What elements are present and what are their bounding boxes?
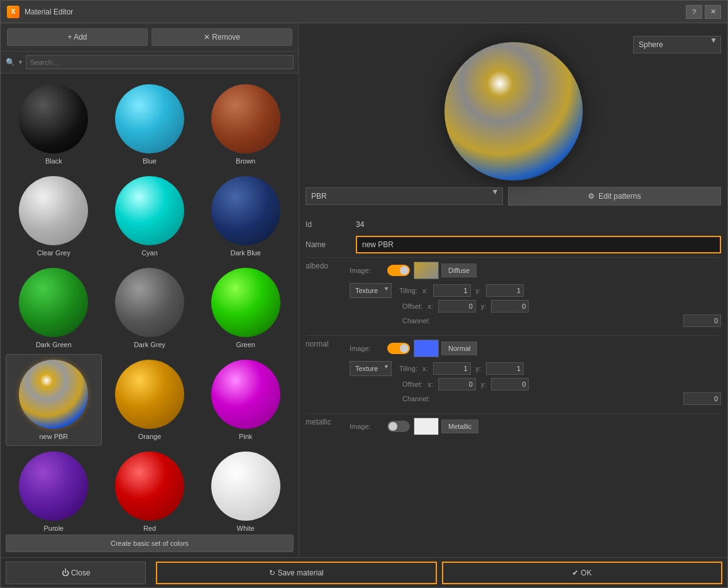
material-label-blue: Blue xyxy=(143,157,157,165)
sphere-darkgrey xyxy=(115,268,184,337)
preview-area: Sphere Cube Plane ▼ xyxy=(306,30,721,187)
sphere-cyan xyxy=(115,176,184,245)
material-item-black[interactable]: Black xyxy=(6,79,102,170)
normal-offset-x-input[interactable] xyxy=(438,378,476,391)
material-item-brown[interactable]: Brown xyxy=(197,79,294,170)
edit-patterns-label: Edit patterns xyxy=(598,192,641,201)
ok-button[interactable]: ✔ OK xyxy=(442,562,722,584)
material-label-orange: Orange xyxy=(138,433,162,440)
normal-channel-row: Channel: xyxy=(350,392,721,405)
help-button[interactable]: ? xyxy=(686,5,702,19)
shader-type-wrap: PBR ▼ xyxy=(306,187,503,205)
close-button[interactable]: ⏻ Close xyxy=(6,562,146,584)
albedo-offset-label: Offset: xyxy=(402,302,422,310)
material-label-green: Green xyxy=(236,341,255,348)
normal-tiling-label: Tiling: xyxy=(399,365,417,372)
material-item-cyan[interactable]: Cyan xyxy=(102,170,198,262)
search-input[interactable] xyxy=(26,55,294,69)
albedo-channel-input[interactable] xyxy=(683,314,721,327)
metallic-image-row: Image: Metallic xyxy=(350,418,721,435)
material-label-black: Black xyxy=(45,157,62,165)
material-item-blue[interactable]: Blue xyxy=(102,79,198,170)
search-icon: 🔍 xyxy=(6,58,15,67)
id-value: 34 xyxy=(356,220,364,229)
sphere-darkblue xyxy=(211,176,280,245)
normal-channel-input[interactable] xyxy=(683,392,721,405)
metallic-label: metallic xyxy=(306,418,350,426)
sphere-orange xyxy=(115,360,184,429)
material-item-darkgreen[interactable]: Dark Green xyxy=(6,262,102,354)
material-item-pink[interactable]: Pink xyxy=(197,354,294,446)
material-item-darkgrey[interactable]: Dark Grey xyxy=(102,262,198,354)
normal-label: normal xyxy=(306,340,350,348)
albedo-offset-x-label: x: xyxy=(427,302,433,310)
albedo-section: albedo Image: Diffuse xyxy=(306,262,721,329)
window-title: Material Editor xyxy=(25,8,686,16)
normal-tiling-y-label: y: xyxy=(476,365,482,372)
titlebar: X Material Editor ? ✕ xyxy=(1,1,727,23)
material-item-white[interactable]: White xyxy=(197,446,294,531)
normal-content: Image: Normal Texture xyxy=(350,340,721,407)
albedo-offset-row: Offset: x: y: xyxy=(350,300,721,313)
albedo-channel-row: Channel: xyxy=(350,314,721,327)
id-row: Id 34 xyxy=(306,216,721,233)
close-window-button[interactable]: ✕ xyxy=(705,5,721,19)
normal-texture-select[interactable]: Texture xyxy=(350,361,392,376)
bottom-bar: ⏻ Close ↻ Save material ✔ OK xyxy=(1,557,727,587)
properties-area: Id 34 Name albedo Image: xyxy=(306,211,721,450)
shader-type-select[interactable]: PBR xyxy=(306,187,503,205)
normal-offset-y-input[interactable] xyxy=(491,378,529,391)
divider-2 xyxy=(306,335,721,336)
albedo-image-label: Image: xyxy=(350,267,387,274)
normal-texture-row: Texture ▼ Tiling: x: y: xyxy=(350,361,721,376)
titlebar-buttons: ? ✕ xyxy=(686,5,721,19)
material-item-darkblue[interactable]: Dark Blue xyxy=(197,170,294,262)
sphere-newpbr xyxy=(19,360,88,429)
material-label-purple: Purple xyxy=(43,524,63,531)
albedo-tiling-y-input[interactable] xyxy=(486,284,524,297)
metallic-label-tag[interactable]: Metallic xyxy=(441,419,478,433)
normal-offset-y-label: y: xyxy=(481,380,487,388)
material-item-orange[interactable]: Orange xyxy=(102,354,198,446)
shader-row: PBR ▼ ⚙ Edit patterns xyxy=(306,187,721,206)
albedo-texture-select-wrap: Texture ▼ xyxy=(350,283,392,298)
create-basic-button[interactable]: Create basic set of colors xyxy=(6,535,294,552)
remove-button[interactable]: ✕ Remove xyxy=(152,28,292,46)
material-item-cleargrey[interactable]: Clear Grey xyxy=(6,170,102,262)
name-input[interactable] xyxy=(356,236,721,253)
material-item-green[interactable]: Green xyxy=(197,262,294,354)
edit-patterns-button[interactable]: ⚙ Edit patterns xyxy=(508,187,722,206)
normal-label-tag[interactable]: Normal xyxy=(441,341,477,355)
normal-offset-x-label: x: xyxy=(427,380,433,388)
albedo-offset-y-label: y: xyxy=(481,302,487,310)
metallic-section: metallic Image: Metallic xyxy=(306,418,721,439)
metallic-image-label: Image: xyxy=(350,423,387,430)
normal-toggle[interactable] xyxy=(387,343,410,354)
albedo-tiling-y-label: y: xyxy=(476,287,482,294)
material-item-red[interactable]: Red xyxy=(102,446,198,531)
sphere-brown xyxy=(211,84,280,153)
material-label-darkgreen: Dark Green xyxy=(36,341,72,348)
albedo-offset-x-input[interactable] xyxy=(438,300,476,313)
albedo-diffuse-label[interactable]: Diffuse xyxy=(441,263,477,277)
add-button[interactable]: + Add xyxy=(7,28,148,46)
save-material-button[interactable]: ↻ Save material xyxy=(156,562,436,584)
material-label-red: Red xyxy=(143,524,156,531)
metallic-toggle[interactable] xyxy=(387,421,410,432)
normal-tiling-y-input[interactable] xyxy=(486,362,524,375)
albedo-tiling-x-label: x: xyxy=(422,287,428,294)
albedo-channel-label: Channel: xyxy=(402,317,430,325)
metallic-image-thumb xyxy=(414,418,439,435)
normal-channel-label: Channel: xyxy=(402,395,430,402)
preview-dropdown-wrap: Sphere Cube Plane ▼ xyxy=(633,36,721,53)
material-item-newpbr[interactable]: new PBR xyxy=(6,354,102,446)
albedo-toggle[interactable] xyxy=(387,265,410,276)
albedo-toggle-knob xyxy=(400,266,409,275)
albedo-tiling-x-input[interactable] xyxy=(433,284,471,297)
normal-tiling-x-input[interactable] xyxy=(433,362,471,375)
material-item-purple[interactable]: Purple xyxy=(6,446,102,531)
preview-type-select[interactable]: Sphere Cube Plane xyxy=(633,36,721,53)
albedo-offset-y-input[interactable] xyxy=(491,300,529,313)
normal-section: normal Image: Normal xyxy=(306,340,721,407)
albedo-texture-select[interactable]: Texture xyxy=(350,283,392,298)
